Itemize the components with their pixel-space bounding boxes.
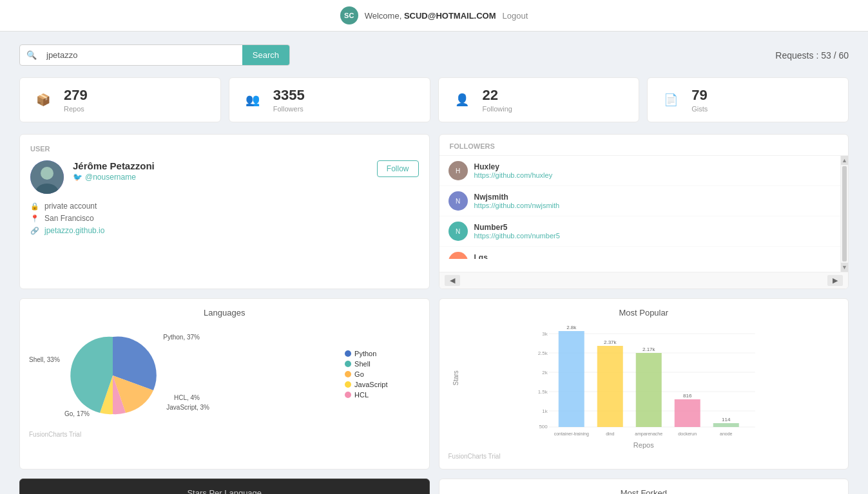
charts-row-1: Languages bbox=[19, 298, 849, 470]
svg-text:amparenache: amparenache bbox=[635, 432, 662, 437]
follow-button[interactable]: Follow bbox=[377, 160, 419, 177]
followers-icon: 👥 bbox=[241, 88, 264, 111]
follower-info: Huxley https://github.com/huxley bbox=[474, 162, 553, 179]
follower-avatar: N bbox=[448, 191, 468, 211]
requests-label: Requests : 53 / 60 bbox=[775, 50, 849, 61]
gists-number: 79 bbox=[691, 87, 708, 104]
following-number: 22 bbox=[483, 87, 512, 104]
gists-icon: 📄 bbox=[659, 88, 682, 111]
stat-gists: 📄 79 Gists bbox=[647, 77, 849, 122]
followers-card: Followers H Huxley https://github.com/hu… bbox=[439, 134, 849, 289]
svg-rect-23 bbox=[713, 423, 738, 427]
stat-repos: 📦 279 Repos bbox=[19, 77, 221, 122]
location-icon: 📍 bbox=[30, 214, 39, 223]
y-axis-label: Stars bbox=[452, 370, 459, 385]
gists-label: Gists bbox=[691, 105, 708, 113]
svg-text:2.5k: 2.5k bbox=[537, 350, 548, 356]
user-location: 📍 San Francisco bbox=[30, 214, 419, 223]
list-item: N Number5 https://github.com/number5 bbox=[439, 216, 841, 247]
stat-followers: 👥 3355 Followers bbox=[229, 77, 430, 122]
most-popular-chart-footer: FusionCharts Trial bbox=[448, 453, 840, 460]
prev-arrow-button[interactable]: ◀ bbox=[445, 275, 460, 286]
followers-number: 3355 bbox=[273, 87, 305, 104]
follower-info: Nwjsmith https://github.com/nwjsmith bbox=[474, 193, 560, 209]
svg-text:114: 114 bbox=[722, 417, 731, 423]
user-handle: 🐦 @nousername bbox=[73, 173, 155, 182]
pie-svg bbox=[61, 330, 164, 421]
following-icon: 👤 bbox=[450, 88, 474, 111]
svg-text:2.8k: 2.8k bbox=[566, 325, 577, 330]
stars-language-chart-card: Stars Per Language Shell, 6k bbox=[19, 479, 430, 494]
scroll-up-arrow[interactable]: ▲ bbox=[841, 156, 848, 165]
lock-icon: 🔒 bbox=[30, 202, 39, 211]
user-details: 🔒 private account 📍 San Francisco 🔗 jpet… bbox=[30, 202, 419, 235]
search-container: 🔍 Search bbox=[19, 44, 290, 66]
repos-number: 279 bbox=[64, 87, 88, 104]
list-item: H Huxley https://github.com/huxley bbox=[439, 156, 841, 186]
link-icon: 🔗 bbox=[30, 227, 39, 235]
user-info: Jérôme Petazzoni 🐦 @nousername bbox=[73, 160, 155, 182]
x-axis-label: Repos bbox=[448, 441, 840, 449]
list-item: N Nwjsmith https://github.com/nwjsmith bbox=[439, 186, 841, 216]
svg-rect-15 bbox=[558, 331, 584, 427]
user-card: User Jérôme Petazzoni 🐦 @nousername bbox=[19, 134, 430, 289]
followers-label: Followers bbox=[273, 105, 305, 113]
following-label: Following bbox=[483, 105, 512, 113]
search-icon: 🔍 bbox=[20, 46, 43, 64]
stars-language-chart-title: Stars Per Language bbox=[29, 488, 420, 494]
repos-icon: 📦 bbox=[32, 88, 55, 111]
most-forked-chart-card: Most Forked Repos container-training 1,2… bbox=[439, 479, 849, 494]
follower-avatar: H bbox=[448, 161, 468, 180]
user-avatar-small: SC bbox=[340, 6, 358, 24]
svg-text:1k: 1k bbox=[542, 408, 548, 414]
main-content: 🔍 Search Requests : 53 / 60 📦 279 Repos … bbox=[0, 32, 868, 494]
svg-text:dockerun: dockerun bbox=[678, 432, 697, 436]
user-name: Jérôme Petazzoni bbox=[73, 160, 155, 171]
svg-text:dind: dind bbox=[606, 432, 614, 436]
stat-following: 👤 22 Following bbox=[438, 77, 640, 122]
svg-text:816: 816 bbox=[683, 393, 692, 399]
list-item: L Lgs https://github.com/lgs bbox=[439, 247, 841, 259]
search-row: 🔍 Search Requests : 53 / 60 bbox=[19, 44, 849, 66]
twitter-icon: 🐦 bbox=[73, 173, 82, 182]
search-button[interactable]: Search bbox=[242, 45, 289, 65]
logout-link[interactable]: Logout bbox=[503, 11, 528, 21]
follower-info: Lgs https://github.com/lgs bbox=[474, 253, 541, 259]
svg-text:500: 500 bbox=[539, 424, 548, 430]
svg-text:2k: 2k bbox=[542, 370, 548, 375]
top-bar: SC Welcome, SCUD@HOTMAIL.COM Logout bbox=[0, 0, 868, 32]
user-private-account: 🔒 private account bbox=[30, 202, 419, 211]
user-website: 🔗 jpetazzo.github.io bbox=[30, 226, 419, 235]
pie-chart-area: Python, 37% HCL, 4% JavaScript, 3% Go, 1… bbox=[29, 324, 420, 427]
svg-rect-17 bbox=[597, 346, 622, 427]
stats-row: 📦 279 Repos 👥 3355 Followers 👤 22 Follow… bbox=[19, 77, 849, 122]
svg-rect-21 bbox=[674, 399, 700, 427]
user-profile: Jérôme Petazzoni 🐦 @nousername Follow bbox=[30, 160, 419, 194]
user-section-header: User bbox=[30, 145, 419, 153]
followers-section-header: Followers bbox=[439, 135, 849, 156]
svg-text:2.37k: 2.37k bbox=[603, 339, 617, 345]
followers-list[interactable]: H Huxley https://github.com/huxley N Nwj… bbox=[439, 156, 841, 259]
bar-chart-svg: 3k 2.5k 2k 1.5k 1k 500 2.8k 2.37k 2.17k bbox=[468, 324, 836, 440]
svg-rect-19 bbox=[635, 353, 661, 427]
most-popular-chart-title: Most Popular bbox=[448, 308, 840, 318]
website-link[interactable]: jpetazzo.github.io bbox=[44, 226, 104, 235]
svg-text:container-training: container-training bbox=[554, 432, 588, 437]
search-input[interactable] bbox=[43, 46, 242, 64]
languages-chart-footer: FusionCharts Trial bbox=[29, 431, 420, 438]
most-popular-chart-card: Most Popular Stars 3k 2.5k 2k 1.5k bbox=[439, 298, 849, 470]
languages-chart-title: Languages bbox=[29, 308, 420, 318]
pie-legend: Python Shell Go JavaScript HCL bbox=[345, 350, 387, 401]
svg-text:1.5k: 1.5k bbox=[537, 389, 548, 395]
languages-chart-card: Languages bbox=[19, 298, 430, 470]
follower-info: Number5 https://github.com/number5 bbox=[474, 223, 560, 240]
follower-avatar: N bbox=[448, 222, 468, 241]
welcome-text: Welcome, SCUD@HOTMAIL.COM bbox=[365, 11, 496, 21]
charts-row-2: Stars Per Language Shell, 6k bbox=[19, 479, 849, 494]
next-arrow-button[interactable]: ▶ bbox=[827, 275, 843, 286]
avatar bbox=[30, 160, 64, 194]
nav-arrows: ◀ ▶ bbox=[439, 272, 849, 289]
scroll-down-arrow[interactable]: ▼ bbox=[841, 263, 848, 272]
svg-text:anode: anode bbox=[720, 432, 733, 436]
mid-row: User Jérôme Petazzoni 🐦 @nousername bbox=[19, 134, 849, 289]
